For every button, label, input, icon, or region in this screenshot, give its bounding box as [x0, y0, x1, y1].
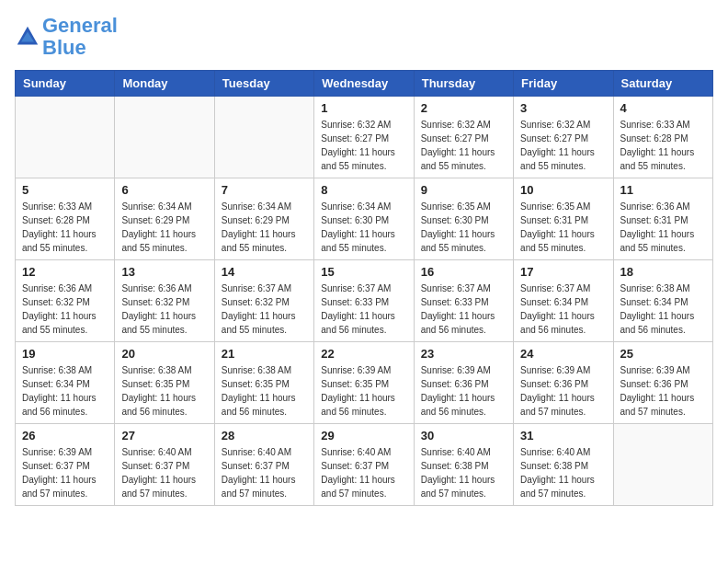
day-number: 2: [421, 101, 506, 115]
day-number: 31: [520, 429, 606, 442]
calendar-cell: 16Sunrise: 6:37 AM Sunset: 6:33 PM Dayli…: [414, 260, 513, 342]
day-number: 8: [321, 183, 406, 197]
page-header: GeneralBlue: [15, 15, 713, 59]
day-info: Sunrise: 6:40 AM Sunset: 6:38 PM Dayligh…: [421, 445, 506, 500]
calendar-header-row: SundayMondayTuesdayWednesdayThursdayFrid…: [16, 71, 713, 97]
day-number: 26: [22, 429, 108, 442]
calendar-cell: 31Sunrise: 6:40 AM Sunset: 6:38 PM Dayli…: [514, 424, 613, 506]
calendar-cell: 4Sunrise: 6:33 AM Sunset: 6:28 PM Daylig…: [613, 97, 712, 178]
day-info: Sunrise: 6:34 AM Sunset: 6:29 PM Dayligh…: [121, 200, 207, 255]
day-info: Sunrise: 6:33 AM Sunset: 6:28 PM Dayligh…: [620, 118, 706, 173]
day-number: 24: [520, 347, 606, 361]
calendar-cell: 1Sunrise: 6:32 AM Sunset: 6:27 PM Daylig…: [314, 97, 414, 178]
calendar-cell: 15Sunrise: 6:37 AM Sunset: 6:33 PM Dayli…: [314, 260, 414, 342]
day-info: Sunrise: 6:33 AM Sunset: 6:28 PM Dayligh…: [22, 200, 108, 255]
day-number: 15: [321, 265, 406, 279]
col-header-monday: Monday: [115, 71, 214, 97]
day-info: Sunrise: 6:39 AM Sunset: 6:36 PM Dayligh…: [620, 363, 706, 419]
calendar-cell: 22Sunrise: 6:39 AM Sunset: 6:35 PM Dayli…: [314, 342, 414, 424]
day-number: 25: [620, 347, 706, 361]
day-number: 29: [321, 429, 406, 442]
day-info: Sunrise: 6:36 AM Sunset: 6:32 PM Dayligh…: [22, 282, 108, 337]
day-info: Sunrise: 6:37 AM Sunset: 6:34 PM Dayligh…: [520, 282, 606, 337]
day-number: 30: [421, 429, 506, 442]
day-info: Sunrise: 6:39 AM Sunset: 6:36 PM Dayligh…: [520, 363, 606, 419]
day-info: Sunrise: 6:32 AM Sunset: 6:27 PM Dayligh…: [421, 118, 506, 173]
calendar-cell: 8Sunrise: 6:34 AM Sunset: 6:30 PM Daylig…: [314, 178, 414, 260]
day-info: Sunrise: 6:38 AM Sunset: 6:34 PM Dayligh…: [22, 363, 108, 419]
day-info: Sunrise: 6:36 AM Sunset: 6:31 PM Dayligh…: [620, 200, 706, 255]
col-header-tuesday: Tuesday: [214, 71, 313, 97]
day-number: 18: [620, 265, 706, 279]
day-number: 17: [520, 265, 606, 279]
day-info: Sunrise: 6:40 AM Sunset: 6:37 PM Dayligh…: [321, 445, 406, 500]
day-number: 1: [321, 101, 406, 115]
day-info: Sunrise: 6:40 AM Sunset: 6:37 PM Dayligh…: [222, 445, 307, 500]
calendar-cell: 21Sunrise: 6:38 AM Sunset: 6:35 PM Dayli…: [214, 342, 313, 424]
calendar-cell: [214, 97, 313, 178]
day-info: Sunrise: 6:40 AM Sunset: 6:38 PM Dayligh…: [520, 445, 606, 500]
calendar-cell: 13Sunrise: 6:36 AM Sunset: 6:32 PM Dayli…: [115, 260, 214, 342]
calendar-cell: 23Sunrise: 6:39 AM Sunset: 6:36 PM Dayli…: [414, 342, 513, 424]
calendar-cell: 18Sunrise: 6:38 AM Sunset: 6:34 PM Dayli…: [613, 260, 712, 342]
calendar-week-5: 26Sunrise: 6:39 AM Sunset: 6:37 PM Dayli…: [16, 424, 713, 506]
day-number: 28: [222, 429, 307, 442]
calendar-cell: 5Sunrise: 6:33 AM Sunset: 6:28 PM Daylig…: [16, 178, 115, 260]
calendar-cell: [115, 97, 214, 178]
calendar-week-3: 12Sunrise: 6:36 AM Sunset: 6:32 PM Dayli…: [16, 260, 713, 342]
col-header-thursday: Thursday: [414, 71, 513, 97]
day-number: 13: [121, 265, 207, 279]
calendar-cell: 20Sunrise: 6:38 AM Sunset: 6:35 PM Dayli…: [115, 342, 214, 424]
day-number: 10: [520, 183, 606, 197]
calendar-cell: 14Sunrise: 6:37 AM Sunset: 6:32 PM Dayli…: [214, 260, 313, 342]
day-info: Sunrise: 6:38 AM Sunset: 6:35 PM Dayligh…: [121, 363, 207, 419]
day-number: 6: [121, 183, 207, 197]
day-number: 21: [222, 347, 307, 361]
day-info: Sunrise: 6:32 AM Sunset: 6:27 PM Dayligh…: [321, 118, 406, 173]
col-header-friday: Friday: [514, 71, 613, 97]
logo-icon: [15, 24, 40, 50]
day-number: 14: [222, 265, 307, 279]
day-info: Sunrise: 6:34 AM Sunset: 6:30 PM Dayligh…: [321, 200, 406, 255]
day-number: 19: [22, 347, 108, 361]
col-header-sunday: Sunday: [16, 71, 115, 97]
day-info: Sunrise: 6:37 AM Sunset: 6:33 PM Dayligh…: [321, 282, 406, 337]
calendar-cell: 3Sunrise: 6:32 AM Sunset: 6:27 PM Daylig…: [514, 97, 613, 178]
calendar-cell: 27Sunrise: 6:40 AM Sunset: 6:37 PM Dayli…: [115, 424, 214, 506]
calendar-cell: 19Sunrise: 6:38 AM Sunset: 6:34 PM Dayli…: [16, 342, 115, 424]
day-number: 27: [121, 429, 207, 442]
day-info: Sunrise: 6:39 AM Sunset: 6:36 PM Dayligh…: [421, 363, 506, 419]
day-number: 4: [620, 101, 706, 115]
day-number: 20: [121, 347, 207, 361]
calendar-cell: 11Sunrise: 6:36 AM Sunset: 6:31 PM Dayli…: [613, 178, 712, 260]
day-info: Sunrise: 6:34 AM Sunset: 6:29 PM Dayligh…: [222, 200, 307, 255]
calendar-cell: 29Sunrise: 6:40 AM Sunset: 6:37 PM Dayli…: [314, 424, 414, 506]
calendar-cell: 25Sunrise: 6:39 AM Sunset: 6:36 PM Dayli…: [613, 342, 712, 424]
day-info: Sunrise: 6:39 AM Sunset: 6:35 PM Dayligh…: [321, 363, 406, 419]
col-header-saturday: Saturday: [613, 71, 712, 97]
day-info: Sunrise: 6:35 AM Sunset: 6:30 PM Dayligh…: [421, 200, 506, 255]
day-number: 23: [421, 347, 506, 361]
day-info: Sunrise: 6:40 AM Sunset: 6:37 PM Dayligh…: [121, 445, 207, 500]
day-number: 7: [222, 183, 307, 197]
day-number: 12: [22, 265, 108, 279]
day-number: 11: [620, 183, 706, 197]
day-number: 16: [421, 265, 506, 279]
day-info: Sunrise: 6:37 AM Sunset: 6:33 PM Dayligh…: [421, 282, 506, 337]
day-number: 22: [321, 347, 406, 361]
calendar-cell: [613, 424, 712, 506]
day-info: Sunrise: 6:32 AM Sunset: 6:27 PM Dayligh…: [520, 118, 606, 173]
logo: GeneralBlue: [15, 15, 118, 59]
calendar-cell: 6Sunrise: 6:34 AM Sunset: 6:29 PM Daylig…: [115, 178, 214, 260]
calendar-cell: 26Sunrise: 6:39 AM Sunset: 6:37 PM Dayli…: [16, 424, 115, 506]
col-header-wednesday: Wednesday: [314, 71, 414, 97]
day-number: 9: [421, 183, 506, 197]
day-info: Sunrise: 6:38 AM Sunset: 6:35 PM Dayligh…: [222, 363, 307, 419]
day-info: Sunrise: 6:37 AM Sunset: 6:32 PM Dayligh…: [222, 282, 307, 337]
calendar-cell: 9Sunrise: 6:35 AM Sunset: 6:30 PM Daylig…: [414, 178, 513, 260]
calendar-cell: 28Sunrise: 6:40 AM Sunset: 6:37 PM Dayli…: [214, 424, 313, 506]
calendar-week-4: 19Sunrise: 6:38 AM Sunset: 6:34 PM Dayli…: [16, 342, 713, 424]
day-info: Sunrise: 6:39 AM Sunset: 6:37 PM Dayligh…: [22, 445, 108, 500]
calendar-cell: [16, 97, 115, 178]
calendar-cell: 2Sunrise: 6:32 AM Sunset: 6:27 PM Daylig…: [414, 97, 513, 178]
